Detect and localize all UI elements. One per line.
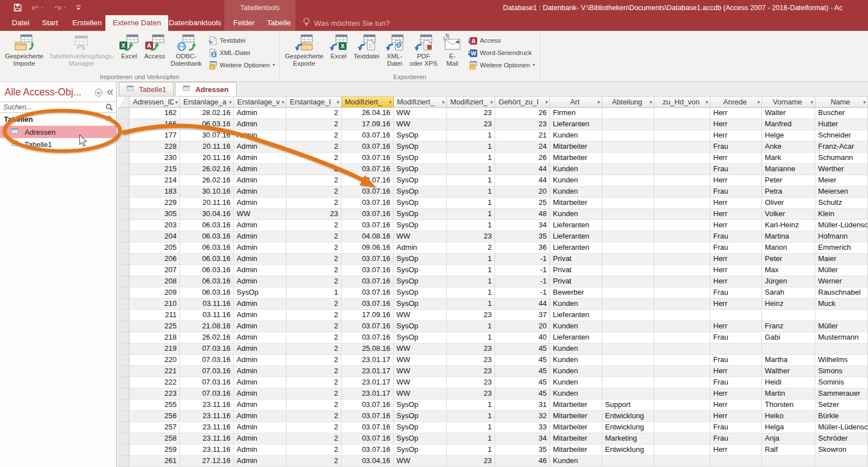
table-cell[interactable]: Hofmann — [815, 231, 868, 242]
table-cell[interactable]: 23.11.16 — [180, 400, 234, 411]
table-cell[interactable]: Firmen — [550, 108, 602, 119]
table-cell[interactable]: 2 — [287, 153, 341, 164]
table-cell[interactable]: 2 — [287, 310, 341, 321]
table-cell[interactable]: Mitarbeiter — [550, 400, 602, 411]
table-cell[interactable]: 1 — [447, 287, 495, 299]
table-cell[interactable]: Admin — [234, 400, 287, 411]
table-cell[interactable]: 35 — [495, 445, 550, 456]
shutter-collapse-icon[interactable] — [107, 89, 114, 96]
ribbon-tab-start[interactable]: Start — [35, 15, 66, 31]
column-dropdown-icon[interactable]: ▾ — [490, 99, 493, 105]
table-cell[interactable]: 183 — [130, 186, 180, 198]
table-cell[interactable]: 44 — [495, 164, 550, 175]
table-cell[interactable]: Peter — [762, 254, 815, 265]
table-cell[interactable]: Admin — [234, 130, 287, 141]
table-cell[interactable]: WW — [394, 377, 447, 388]
table-cell[interactable]: Herr — [710, 209, 762, 220]
column-header-erstanlage-i[interactable]: Erstanlage_I▾ — [287, 97, 341, 108]
table-cell[interactable]: -1 — [495, 287, 550, 299]
table-cell[interactable]: Walter — [762, 108, 815, 119]
table-cell[interactable]: SysOp — [394, 220, 447, 231]
table-cell[interactable]: SysOp — [394, 276, 447, 287]
table-cell[interactable]: 34 — [495, 220, 550, 231]
table-cell[interactable] — [654, 310, 710, 321]
row-selector[interactable] — [117, 254, 130, 265]
table-cell[interactable]: Skowron — [815, 445, 868, 456]
table-cell[interactable]: Mitarbeiter — [550, 411, 602, 422]
row-selector[interactable] — [117, 366, 130, 377]
table-cell[interactable]: 45 — [495, 344, 550, 355]
table-cell[interactable]: 1 — [447, 265, 495, 276]
row-selector[interactable] — [117, 287, 130, 299]
table-cell[interactable]: SysOp — [394, 141, 447, 153]
table-cell[interactable]: 1 — [447, 411, 495, 422]
table-cell[interactable] — [710, 344, 762, 355]
table-cell[interactable]: 03.07.16 — [341, 198, 394, 209]
table-cell[interactable]: Frau — [710, 355, 762, 366]
table-cell[interactable]: Herr — [710, 153, 762, 164]
table-cell[interactable]: Oliver — [762, 198, 815, 209]
table-cell[interactable]: 03.07.16 — [341, 299, 394, 310]
table-cell[interactable]: Karl-Heinz — [762, 220, 815, 231]
table-cell[interactable]: 1 — [447, 321, 495, 332]
table-cell[interactable]: Herr — [710, 276, 762, 287]
table-cell[interactable]: Max — [762, 265, 815, 276]
table-cell[interactable]: 23.01.17 — [341, 366, 394, 377]
table-cell[interactable]: Heiko — [762, 411, 815, 422]
table-cell[interactable]: 03.11.16 — [180, 310, 234, 321]
table-cell[interactable]: 06.03.16 — [180, 119, 234, 130]
table-cell[interactable]: 23.01.17 — [341, 388, 394, 400]
sidebar-item-tabelle1[interactable]: Tabelle1 — [0, 138, 116, 150]
table-cell[interactable] — [602, 231, 654, 242]
table-cell[interactable]: 2 — [287, 231, 341, 242]
table-cell[interactable]: 2 — [287, 276, 341, 287]
table-cell[interactable]: 2 — [287, 366, 341, 377]
table-cell[interactable]: 03.07.16 — [341, 175, 394, 186]
table-cell[interactable] — [654, 186, 710, 198]
table-cell[interactable]: WW — [394, 119, 447, 130]
tell-me-search[interactable]: Was möchten Sie tun? — [303, 15, 390, 31]
table-cell[interactable]: 207 — [130, 265, 180, 276]
table-cell[interactable]: Müller — [815, 265, 868, 276]
table-cell[interactable]: 23 — [447, 344, 495, 355]
table-cell[interactable]: 230 — [130, 153, 180, 164]
table-cell[interactable]: -1 — [495, 265, 550, 276]
table-cell[interactable]: 25 — [495, 198, 550, 209]
table-cell[interactable] — [602, 130, 654, 141]
table-cell[interactable]: 1 — [447, 299, 495, 310]
ribbon-button-weitere-optionen[interactable]: Weitere Optionen▾ — [208, 59, 275, 70]
table-cell[interactable]: SysOp — [394, 265, 447, 276]
row-selector[interactable] — [117, 456, 130, 467]
table-cell[interactable]: WW — [394, 344, 447, 355]
table-cell[interactable] — [654, 411, 710, 422]
table-cell[interactable]: SysOp — [394, 198, 447, 209]
table-cell[interactable] — [602, 321, 654, 332]
table-cell[interactable]: Werner — [815, 276, 868, 287]
row-selector[interactable] — [117, 377, 130, 388]
row-selector[interactable] — [117, 130, 130, 141]
table-cell[interactable]: SysOp — [394, 299, 447, 310]
table-cell[interactable]: Entwicklung — [602, 445, 654, 456]
table-cell[interactable]: SysOp — [394, 321, 447, 332]
table-cell[interactable]: 30.07.16 — [180, 130, 234, 141]
table-cell[interactable]: Frau — [710, 231, 762, 242]
table-cell[interactable]: 45 — [495, 388, 550, 400]
table-cell[interactable]: Franz-Acar — [815, 141, 868, 153]
nav-section-tables[interactable]: Tabellen — [0, 113, 116, 126]
table-cell[interactable]: Setzer — [815, 400, 868, 411]
table-cell[interactable]: 1 — [447, 141, 495, 153]
column-dropdown-icon[interactable]: ▾ — [863, 99, 866, 105]
table-cell[interactable]: Anke — [762, 141, 815, 153]
table-cell[interactable]: Kunden — [550, 164, 602, 175]
row-selector[interactable] — [117, 186, 130, 198]
table-cell[interactable]: Herr — [710, 299, 762, 310]
column-dropdown-icon[interactable]: ▾ — [649, 99, 652, 105]
table-cell[interactable]: Muck — [815, 299, 868, 310]
table-cell[interactable]: 32 — [495, 411, 550, 422]
ribbon-tab-erstellen[interactable]: Erstellen — [65, 15, 109, 31]
table-cell[interactable]: 23 — [447, 366, 495, 377]
table-cell[interactable]: Privat — [550, 265, 602, 276]
table-cell[interactable]: SysOp — [234, 287, 287, 299]
table-cell[interactable]: 208 — [130, 276, 180, 287]
table-cell[interactable]: 221 — [130, 366, 180, 377]
